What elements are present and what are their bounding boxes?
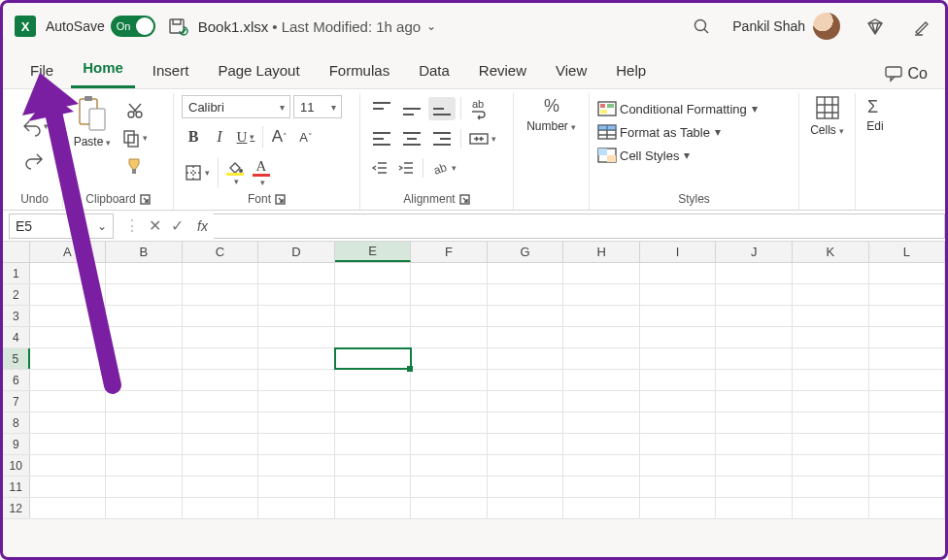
cell[interactable] <box>258 263 335 283</box>
editing-button[interactable]: Σ Edi <box>863 95 887 133</box>
cell[interactable] <box>563 348 640 369</box>
cell[interactable] <box>869 455 946 476</box>
cell[interactable] <box>716 412 793 433</box>
conditional-formatting-button[interactable]: Conditional Formatting▾ <box>597 101 758 116</box>
cell[interactable] <box>258 498 335 518</box>
cell[interactable] <box>869 477 946 497</box>
cell[interactable] <box>335 263 412 283</box>
cell[interactable] <box>106 263 183 283</box>
cell[interactable] <box>488 412 564 433</box>
tab-page-layout[interactable]: Page Layout <box>206 54 311 88</box>
tab-review[interactable]: Review <box>467 54 538 88</box>
orientation-button[interactable]: ab <box>428 156 459 180</box>
cell[interactable] <box>183 263 259 283</box>
column-header[interactable]: B <box>106 242 183 262</box>
cell[interactable] <box>335 391 412 412</box>
formula-input[interactable] <box>214 214 945 239</box>
cell[interactable] <box>335 370 412 390</box>
cell[interactable] <box>793 284 869 305</box>
tab-file[interactable]: File <box>18 54 65 88</box>
cell[interactable] <box>106 284 183 305</box>
cancel-formula-icon[interactable]: ✕ <box>145 216 165 235</box>
cell[interactable] <box>869 327 946 347</box>
cell[interactable] <box>258 348 335 369</box>
cell[interactable] <box>640 348 717 369</box>
row-header[interactable]: 4 <box>3 327 30 347</box>
cell[interactable] <box>183 412 259 433</box>
column-header[interactable]: C <box>183 242 259 262</box>
cell[interactable] <box>30 455 107 476</box>
cell[interactable] <box>183 391 259 412</box>
premium-diamond-icon[interactable] <box>863 15 887 38</box>
cell[interactable] <box>716 284 793 305</box>
cell[interactable] <box>488 455 564 476</box>
cell[interactable] <box>640 391 717 412</box>
row-header[interactable]: 10 <box>3 455 30 476</box>
cell[interactable] <box>563 306 640 326</box>
cell[interactable] <box>869 391 946 412</box>
cell[interactable] <box>183 370 259 390</box>
cell[interactable] <box>869 370 946 390</box>
cell[interactable] <box>258 327 335 347</box>
tab-insert[interactable]: Insert <box>141 54 201 88</box>
cell[interactable] <box>411 263 488 283</box>
cell[interactable] <box>563 391 640 412</box>
select-all-corner[interactable] <box>3 242 30 262</box>
cell[interactable] <box>869 263 946 283</box>
cell[interactable] <box>106 434 183 454</box>
cell[interactable] <box>30 391 107 412</box>
cells-button[interactable]: Cells <box>807 95 847 137</box>
cell[interactable] <box>411 370 488 390</box>
cell[interactable] <box>411 391 488 412</box>
cell[interactable] <box>716 370 793 390</box>
draw-pen-icon[interactable] <box>910 15 933 38</box>
cell[interactable] <box>106 327 183 347</box>
cell[interactable] <box>335 498 412 518</box>
cell[interactable] <box>716 348 793 369</box>
cell[interactable] <box>30 370 107 390</box>
cell[interactable] <box>411 477 488 497</box>
cell[interactable] <box>335 455 412 476</box>
cell[interactable] <box>488 306 564 326</box>
cell[interactable] <box>106 348 183 369</box>
borders-button[interactable] <box>182 161 213 184</box>
cell[interactable] <box>640 284 717 305</box>
cell[interactable] <box>640 327 717 347</box>
cell[interactable] <box>106 477 183 497</box>
column-header[interactable]: H <box>563 242 640 262</box>
column-header[interactable]: J <box>716 242 793 262</box>
cell[interactable] <box>106 455 183 476</box>
merge-center-button[interactable] <box>466 127 499 150</box>
wrap-text-button[interactable]: ab <box>466 95 490 121</box>
column-header[interactable]: E <box>335 242 412 262</box>
cell[interactable] <box>793 434 869 454</box>
cell[interactable] <box>869 348 946 369</box>
cell[interactable] <box>488 370 564 390</box>
cell[interactable] <box>488 434 564 454</box>
cell[interactable] <box>183 498 259 518</box>
cell[interactable] <box>183 477 259 497</box>
cell[interactable] <box>258 412 335 433</box>
cell[interactable] <box>716 327 793 347</box>
cell[interactable] <box>183 348 259 369</box>
cell[interactable] <box>793 498 869 518</box>
align-top-button[interactable] <box>368 97 395 120</box>
align-middle-button[interactable] <box>398 97 425 120</box>
cell[interactable] <box>563 412 640 433</box>
bold-button[interactable]: B <box>182 125 205 148</box>
cell[interactable] <box>30 498 107 518</box>
cell[interactable] <box>106 306 183 326</box>
cell[interactable] <box>335 434 412 454</box>
cell[interactable] <box>183 284 259 305</box>
row-header[interactable]: 3 <box>3 306 30 326</box>
search-icon[interactable] <box>690 15 713 38</box>
cell[interactable] <box>335 412 412 433</box>
cell[interactable] <box>106 498 183 518</box>
row-header[interactable]: 5 <box>3 348 30 369</box>
cell[interactable] <box>411 455 488 476</box>
cell[interactable] <box>563 477 640 497</box>
cell[interactable] <box>716 391 793 412</box>
row-header[interactable]: 1 <box>3 263 30 283</box>
redo-button[interactable] <box>22 148 48 171</box>
undo-button[interactable] <box>18 115 51 138</box>
